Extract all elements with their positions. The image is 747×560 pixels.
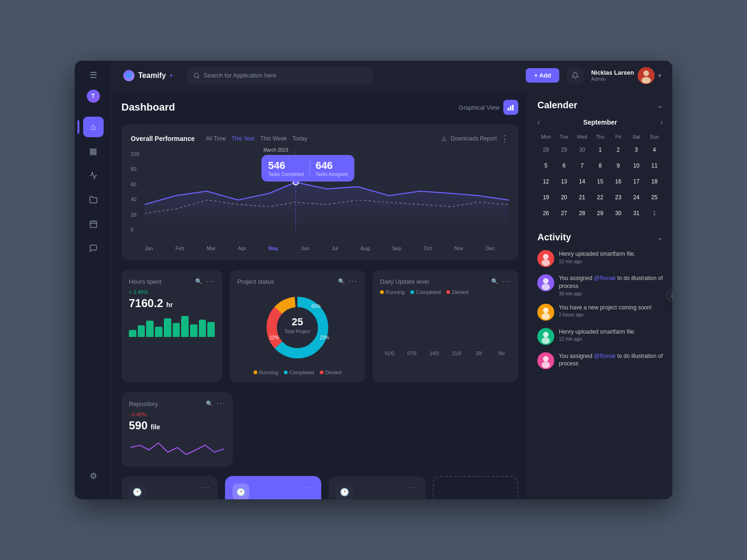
tab-this-week[interactable]: This Week [261,135,287,142]
cal-day-0-6[interactable]: 4 [647,142,662,157]
repo-menu-icon[interactable]: ··· [217,399,226,408]
daily-x-label-1: 07/0 [402,351,421,356]
hamburger-icon[interactable]: ☰ [90,70,97,80]
activity-time-1: 39 min ago [559,291,663,296]
cal-day-1-4[interactable]: 9 [611,158,626,173]
cal-day-0-4[interactable]: 2 [611,142,626,157]
graphical-view-btn[interactable]: Graphical View [459,100,518,115]
more-options-icon[interactable]: ⋮ [500,133,509,144]
x-axis-labels: Jan Feb Mar Apr May Jun Jul Aug Sep Oct … [131,242,509,251]
cal-day-0-1[interactable]: 29 [557,142,571,157]
cal-day-3-5[interactable]: 24 [629,190,644,205]
smartfarm-menu[interactable]: ··· [202,483,211,491]
cal-day-4-2[interactable]: 28 [575,206,590,221]
svg-point-23 [278,308,317,347]
cal-day-2-0[interactable]: 12 [538,174,553,189]
cal-day-0-2[interactable]: 30 [575,142,590,157]
cal-day-header-mon: Mon [537,132,555,141]
cal-day-1-1[interactable]: 6 [557,158,571,173]
cara-menu[interactable]: ··· [409,483,418,491]
cal-day-4-1[interactable]: 27 [557,206,571,221]
user-dropdown-icon[interactable]: ▾ [658,72,661,79]
hours-menu-icon[interactable]: ··· [206,277,215,286]
cal-day-3-3[interactable]: 22 [592,190,607,205]
right-panel: › Calender ⌄ ‹ September › MonTueWedThuF… [528,91,672,499]
calendar-section: Calender ⌄ ‹ September › MonTueWedThuFri… [537,100,663,221]
hours-spent-title: Hours spent [129,278,162,285]
cal-next-btn[interactable]: › [661,118,663,126]
sidebar-item-home[interactable]: ⌂ [83,117,104,137]
project-menu-icon[interactable]: ··· [349,277,358,286]
svg-point-6 [643,70,649,76]
daily-update-card: Daily Update level 🔍 ··· Running [373,270,518,383]
calendar-collapse-btn[interactable]: ⌄ [657,101,663,110]
hours-search-icon[interactable]: 🔍 [195,278,202,285]
brand-logo: T [87,90,100,103]
notification-button[interactable] [567,67,584,84]
x-label-feb: Feb [176,245,184,251]
sidebar-item-activity[interactable] [83,165,104,186]
svg-rect-10 [512,105,514,111]
cal-day-4-4[interactable]: 30 [611,206,626,221]
daily-menu-icon[interactable]: ··· [502,277,511,286]
cal-day-0-0[interactable]: 28 [538,142,553,157]
sales-icon: 🕐 [233,483,249,499]
cal-day-1-2[interactable]: 7 [575,158,590,173]
cal-day-4-6[interactable]: 1 [647,206,662,221]
cal-day-2-5[interactable]: 17 [629,174,644,189]
cal-day-4-3[interactable]: 29 [592,206,607,221]
brand-icon: 🌐 [123,70,134,81]
cal-day-2-3[interactable]: 15 [592,174,607,189]
cara-icon: 🕐 [336,483,353,499]
sidebar: ☰ T ⌂ ▦ ⚙ [75,61,112,499]
sidebar-item-calendar[interactable] [83,214,104,234]
cal-day-1-5[interactable]: 10 [629,158,644,173]
cal-day-2-4[interactable]: 16 [611,174,626,189]
sidebar-item-settings[interactable]: ⚙ [83,466,104,486]
cal-day-2-2[interactable]: 14 [575,174,590,189]
cal-day-0-5[interactable]: 3 [629,142,644,157]
daily-search-icon[interactable]: 🔍 [491,278,498,285]
cal-day-1-6[interactable]: 11 [647,158,662,173]
cal-day-3-2[interactable]: 21 [575,190,590,205]
cal-day-3-4[interactable]: 23 [611,190,626,205]
graphical-icon [503,100,518,115]
performance-actions[interactable]: Downloads Report ⋮ [441,133,509,144]
project-search-icon[interactable]: 🔍 [338,278,345,285]
user-info[interactable]: Nicklas Larsen Admin ▾ [591,67,661,84]
activity-avatar-2 [537,304,554,321]
calendar-grid: MonTueWedThuFriSatSun2829301234567891011… [537,132,663,221]
tab-all-time[interactable]: All Time [206,135,226,142]
cal-day-1-0[interactable]: 5 [538,158,553,173]
header: 🌐 Teamify + Search for Application here … [112,61,672,91]
tab-today[interactable]: Today [292,135,307,142]
sidebar-item-folder[interactable] [83,189,104,210]
panel-arrow-btn[interactable]: › [665,287,672,302]
cal-day-2-1[interactable]: 13 [557,174,571,189]
mini-bar-3 [155,327,162,337]
cal-day-1-3[interactable]: 8 [592,158,607,173]
cal-day-4-0[interactable]: 26 [538,206,553,221]
cal-prev-btn[interactable]: ‹ [537,118,540,126]
cal-day-4-5[interactable]: 31 [629,206,644,221]
sidebar-item-messages[interactable] [83,238,104,259]
cal-day-3-1[interactable]: 20 [557,190,571,205]
tab-this-year[interactable]: This Year [232,135,255,142]
sales-menu[interactable]: ··· [306,483,314,491]
sidebar-item-chart[interactable]: ▦ [83,141,104,161]
stats-row: Hours spent 🔍 ··· + 3.49% 7160.2 hr [121,270,518,383]
daily-legend-denied: Denied [446,289,468,295]
cal-day-0-3[interactable]: 1 [592,142,607,157]
cal-day-3-6[interactable]: 25 [647,190,662,205]
cal-day-3-0[interactable]: 19 [538,190,553,205]
add-button[interactable]: + Add [526,68,559,83]
search-bar[interactable]: Search for Application here [187,67,374,84]
cal-day-2-6[interactable]: 18 [647,174,662,189]
repo-value: 590 file [129,419,226,432]
daily-x-label-4: 28/ [470,351,488,356]
user-role: Admin [591,76,634,82]
add-event-card[interactable]: + Add New Event [433,476,518,499]
cal-day-header-sun: Sun [646,132,663,141]
repo-search-icon[interactable]: 🔍 [206,400,213,407]
activity-collapse-btn[interactable]: ⌄ [657,233,663,242]
